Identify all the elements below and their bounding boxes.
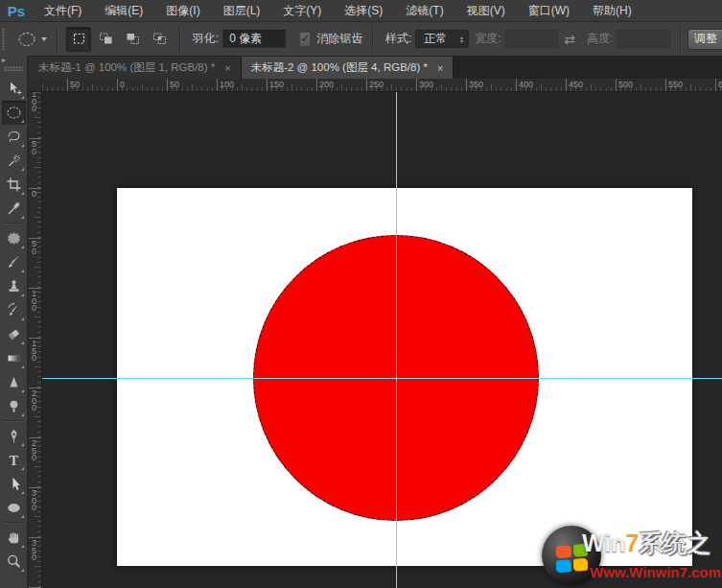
flyout-triangle-icon (21, 192, 24, 195)
vertical-guide[interactable] (396, 92, 397, 588)
hand-tool-icon (6, 529, 22, 546)
sharpen-tool-icon (6, 374, 22, 390)
style-select-value: 正常 (424, 31, 447, 47)
gradient-tool-icon (6, 350, 22, 366)
flyout-triangle-icon (21, 545, 24, 548)
dodge-tool-icon (6, 398, 22, 414)
zoom-tool[interactable] (2, 550, 26, 574)
menu-item[interactable]: 滤镜(T) (394, 1, 454, 21)
ellipse-tool[interactable] (2, 496, 26, 520)
crop-tool[interactable] (2, 173, 26, 197)
menu-item[interactable]: 帮助(H) (581, 1, 643, 21)
flyout-triangle-icon (21, 365, 24, 368)
feather-label: 羽化: (193, 31, 219, 47)
subtract-from-selection-button[interactable] (120, 27, 145, 52)
width-input[interactable] (504, 30, 558, 48)
brand-cn: 系统之 (640, 529, 711, 556)
panel-collapse-icon[interactable]: ▸ (0, 56, 6, 64)
type-tool[interactable]: T (2, 448, 26, 472)
ruler-label: 1 5 0 (32, 341, 36, 363)
intersect-selection-button[interactable] (147, 27, 172, 52)
menu-item[interactable]: 文件(F) (33, 1, 93, 21)
options-bar-grip[interactable] (2, 28, 5, 51)
move-tool[interactable] (2, 77, 26, 101)
document-tab[interactable]: 未标题-2 @ 100% (图层 4, RGB/8) *× (242, 57, 454, 79)
new-selection-icon (71, 32, 87, 46)
ruler-label: 0 (32, 191, 36, 199)
ruler-major-tick (616, 79, 617, 92)
magic-wand-tool-icon (6, 153, 22, 169)
brush-tool[interactable] (2, 250, 26, 274)
elliptical-marquee-tool[interactable] (2, 101, 26, 125)
add-to-selection-button[interactable] (93, 27, 118, 52)
ruler-label: 600 (718, 80, 722, 89)
ruler-label: 0 (120, 80, 125, 89)
tab-close-icon[interactable]: × (435, 62, 445, 74)
path-selection-tool[interactable] (2, 472, 26, 496)
lasso-tool[interactable] (2, 125, 26, 149)
eraser-tool[interactable] (2, 322, 26, 346)
menu-item[interactable]: 文字(Y) (271, 1, 333, 21)
ruler-origin-corner[interactable] (29, 79, 42, 92)
flyout-triangle-icon (21, 443, 24, 446)
crop-tool-icon (6, 176, 22, 193)
dodge-tool[interactable] (2, 394, 26, 418)
ruler-major-tick (665, 79, 666, 92)
menu-items: 文件(F)编辑(E)图像(I)图层(L)文字(Y)选择(S)滤镜(T)视图(V)… (33, 1, 643, 21)
flyout-triangle-icon (21, 168, 24, 171)
brush-tool-icon (6, 254, 22, 270)
flyout-triangle-icon (21, 144, 24, 147)
tab-close-icon[interactable]: × (222, 62, 232, 74)
tool-preset-button[interactable] (12, 29, 51, 50)
flyout-triangle-icon (21, 389, 24, 392)
feather-input[interactable] (222, 30, 286, 48)
elliptical-marquee-tool-icon (6, 105, 22, 121)
horizontal-ruler[interactable]: 50050100150200250300350400450500550600 (42, 79, 722, 92)
ruler-label: 2 0 0 (32, 390, 36, 412)
eyedropper-tool[interactable] (2, 197, 26, 221)
spot-healing-brush-tool-icon (6, 230, 22, 247)
tools-panel-grip[interactable] (4, 66, 24, 71)
ruler-label: 3 0 0 (32, 490, 36, 512)
canvas-document[interactable] (117, 188, 692, 566)
ruler-major-tick (117, 79, 118, 92)
menu-item[interactable]: 视图(V) (455, 1, 517, 21)
history-brush-tool[interactable] (2, 298, 26, 322)
spot-healing-brush-tool[interactable] (2, 226, 26, 250)
ruler-major-tick (715, 79, 716, 92)
document-tab[interactable]: 未标题-1 @ 100% (图层 1, RGB/8) *× (29, 57, 242, 79)
pen-tool-icon (6, 428, 22, 444)
menu-item[interactable]: 编辑(E) (93, 1, 154, 21)
antialias-checkbox[interactable]: ✓ (299, 32, 311, 47)
new-selection-button[interactable] (66, 27, 91, 52)
horizontal-guide[interactable] (42, 378, 722, 379)
gradient-tool[interactable] (2, 346, 26, 370)
clone-stamp-tool[interactable] (2, 274, 26, 298)
canvas-viewport[interactable] (42, 92, 722, 588)
menu-item[interactable]: 图层(L) (212, 1, 272, 21)
hand-tool[interactable] (2, 526, 26, 550)
watermark-brand-text: Win7系统之 (582, 528, 711, 559)
menu-item[interactable]: 图像(I) (154, 1, 211, 21)
separator (179, 27, 181, 52)
menu-item[interactable]: 选择(S) (333, 1, 394, 21)
flag-blue-pane (556, 559, 571, 573)
ruler-major-tick (566, 79, 567, 92)
sharpen-tool[interactable] (2, 370, 26, 394)
magic-wand-tool[interactable] (2, 149, 26, 173)
swap-width-height-icon[interactable]: ⇄ (564, 32, 575, 47)
ruler-label: 50 (170, 80, 179, 89)
tab-title: 未标题-2 @ 100% (图层 4, RGB/8) * (251, 60, 428, 75)
flyout-triangle-icon (21, 413, 24, 416)
refine-edge-button[interactable]: 调整 (687, 29, 722, 50)
ruler-label: 2 5 0 (32, 440, 36, 462)
vertical-ruler[interactable]: 1 0 05 005 01 0 01 5 02 0 02 5 03 0 03 5… (29, 92, 42, 588)
toolbar-separator (4, 223, 24, 224)
move-tool-icon (6, 81, 22, 97)
flyout-triangle-icon (21, 318, 24, 320)
pen-tool[interactable] (2, 424, 26, 448)
style-select[interactable]: 正常 ▲▼ (415, 30, 469, 48)
menu-item[interactable]: 窗口(W) (517, 1, 581, 21)
separator (57, 27, 58, 52)
height-input[interactable] (617, 30, 670, 48)
